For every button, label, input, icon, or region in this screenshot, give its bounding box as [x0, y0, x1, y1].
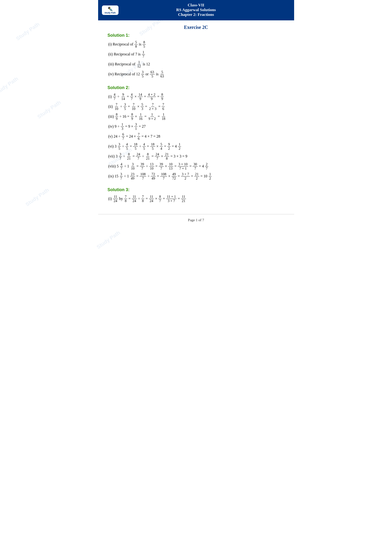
s2viii-label: (viii) 5	[108, 163, 119, 170]
s2vii-f1: 3 7	[119, 152, 122, 160]
s2v-label: (v) 24 ÷	[108, 133, 120, 140]
s2ii-f1: 7 10	[114, 103, 119, 111]
s2ii-label: (ii)	[108, 103, 113, 110]
s2i-f6: 8 9	[161, 93, 164, 101]
s2vi-f3: 18 5	[133, 142, 138, 150]
s2ix-f3: 108 7	[140, 172, 147, 180]
s2viii-f5: 39 7	[159, 162, 164, 170]
page-header: ✒️ Study Path Class-VII RS Aggarwal Solu…	[98, 0, 294, 20]
logo-icon: ✒️	[108, 7, 113, 12]
s2i-f1: 4 7	[113, 93, 116, 101]
s2viii-f4: 13 10	[149, 162, 154, 170]
header-line2: RS Aggarwal Solutions	[176, 7, 216, 12]
logo: ✒️ Study Path	[102, 6, 119, 15]
solution1-iv: (iv) Reciprocal of 12 3 5 or 63 5 is 5 6…	[108, 70, 285, 78]
s2ii-f3: 7 10	[131, 103, 136, 111]
s2ix-f8: 21 2	[194, 172, 199, 180]
s2ii-f2: 3 5	[124, 103, 127, 111]
solution2-ix: (ix) 15 3 7 ÷ 1 23 49 = 108 7 ÷ 72 49 = …	[108, 172, 285, 180]
s1iv-label: (iv) Reciprocal of 12	[108, 71, 140, 78]
solution1-iii: (iii) Reciprocal of 1 12 is 12	[108, 60, 285, 68]
s2ix-f7: 3 × 7 2	[181, 172, 190, 180]
s1ii-frac: 1 7	[142, 50, 145, 58]
s2vii-f4: 8 21	[145, 152, 150, 160]
s3i-label: (i)	[108, 195, 112, 202]
solution2-ii: (ii) 7 10 ÷ 3 5 = 7 10 × 5 3 = 7 2 × 3 =…	[108, 103, 285, 111]
page-number: Page 1 of 7	[188, 218, 204, 222]
s1i-frac1: 5 8	[134, 40, 138, 48]
solution2-vii: (vii) 3 3 7 ÷ 8 21 = 24 7 ÷ 8 21 = 24 7 …	[108, 152, 285, 160]
s2vi-f1: 3 5	[118, 142, 121, 150]
s2iii-f2: 8 9	[131, 112, 134, 121]
s1i-label: (i) Reciprocal of	[108, 41, 133, 48]
s2i-f5: 4 × 2 9	[147, 93, 156, 101]
s3i-f5: 11 24	[149, 195, 154, 203]
s2iii-f5: 1 18	[161, 112, 166, 121]
s1iv-is: is	[156, 71, 159, 78]
s2vii-label: (vii) 3	[108, 153, 118, 160]
s2viii-f8: 30 7	[193, 162, 198, 170]
s2vi-f7: 9 2	[167, 142, 171, 150]
header-line1: Class-VII	[176, 3, 216, 7]
solution1-ii: (ii) Reciprocal of 7 is 1 7	[108, 50, 285, 58]
s1ii-label: (ii) Reciprocal of 7 is	[108, 51, 141, 58]
solution2-v: (v) 24 ÷ 6 7 = 24 × 7 6 = 4 × 7 = 28	[108, 132, 285, 140]
s2iv-label: (iv) 9 ÷	[108, 123, 120, 130]
s2ii-f5: 7 2 × 3	[148, 103, 157, 111]
s1iii-frac1: 1 12	[137, 60, 141, 68]
s3i-f4: 7 8	[141, 195, 145, 203]
s2vii-f6: 21 8	[164, 152, 169, 160]
s2ii-f4: 5 3	[140, 103, 144, 111]
s2vi-f2: 4 5	[125, 142, 129, 150]
s2iii-f1: 8 9	[115, 112, 119, 121]
s2v-f2: 7 6	[137, 132, 140, 140]
logo-text: Study Path	[105, 12, 116, 14]
s2vi-f8: 1 2	[178, 142, 181, 150]
s2viii-f1: 4 7	[120, 162, 123, 170]
header-text: Class-VII RS Aggarwal Solutions Chapter …	[176, 3, 216, 17]
solution2-i: (i) 4 7 ÷ 9 14 = 4 7 × 14 9 = 4 × 2 9 = …	[108, 93, 285, 101]
s2iv-f1: 1 3	[121, 122, 124, 131]
solution1-title: Solution 1:	[108, 33, 285, 38]
s2iv-f2: 3 1	[134, 122, 138, 131]
s2iii-f3: 1 16	[138, 112, 143, 121]
header-line3: Chapter 2: Fractions	[176, 12, 216, 17]
solution3-title: Solution 3:	[108, 187, 285, 192]
s2vi-f4: 4 5	[142, 142, 146, 150]
s2viii-f3: 39 7	[140, 162, 145, 170]
s1iii-is: is 12	[143, 61, 150, 68]
s3i-f7: 11 × 1 3 × 7	[166, 195, 176, 203]
s2ii-f6: 7 6	[162, 103, 165, 111]
s2vii-f3: 24 7	[136, 152, 141, 160]
s3i-f8: 11 21	[181, 195, 186, 203]
s1iii-label: (iii) Reciprocal of	[108, 61, 136, 68]
solution1-i: (i) Reciprocal of 5 8 is 8 5	[108, 40, 285, 48]
s2ix-f9: 1 2	[209, 172, 212, 180]
s2i-f4: 14 9	[138, 93, 143, 101]
main-content: Solution 1: (i) Reciprocal of 5 8 is 8 5…	[98, 33, 294, 209]
s2ix-f5: 108 7	[160, 172, 167, 180]
s2ix-f4: 72 49	[151, 172, 156, 180]
s1iv-or: or	[146, 71, 149, 78]
solution2-title: Solution 2:	[108, 85, 285, 90]
s2viii-f2: 3 10	[130, 162, 135, 170]
s2v-f1: 6 7	[122, 132, 125, 140]
s2iii-label: (iii)	[108, 113, 114, 120]
s1iv-frac1: 3 5	[141, 70, 144, 78]
s1i-is: is	[139, 41, 141, 48]
s2viii-f9: 2 7	[205, 162, 208, 170]
exercise-title: Exercise 2C	[98, 25, 294, 30]
s2viii-f6: 10 13	[168, 162, 173, 170]
solution3-i: (i) 11 24 by 7 8 = 11 24 ÷ 7 8 = 11 24 ×…	[108, 195, 285, 203]
s2ix-f2: 23 49	[130, 172, 135, 180]
page-footer: Page 1 of 7	[98, 214, 294, 224]
solution2-vi: (vi) 3 3 5 ÷ 4 5 = 18 5 ÷ 4 5 = 18 5 × 5…	[108, 142, 285, 150]
s3i-f6: 8 7	[158, 195, 162, 203]
s2ix-f6: 49 72	[172, 172, 176, 180]
s2ix-label: (ix) 15	[108, 173, 119, 180]
s2i-label: (i)	[108, 93, 112, 100]
s2vi-f5: 18 5	[150, 142, 155, 150]
s2i-f2: 9 14	[121, 93, 126, 101]
s3i-f1: 11 24	[113, 195, 118, 203]
s1i-frac2: 8 5	[142, 40, 146, 48]
